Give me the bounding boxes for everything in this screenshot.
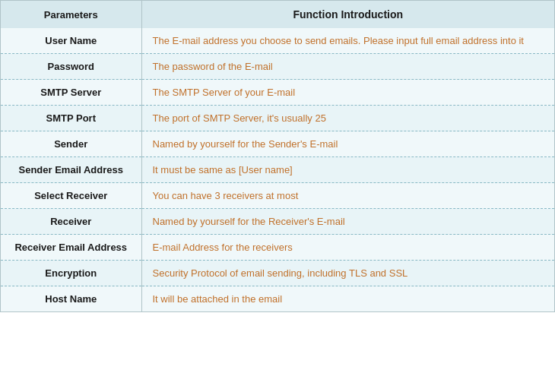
table-row: PasswordThe password of the E-mail [1, 54, 554, 80]
description-cell: The port of SMTP Server, it's usually 25 [141, 106, 554, 131]
table-row: ReceiverNamed by yourself for the Receiv… [1, 209, 554, 235]
param-cell: Host Name [1, 286, 141, 312]
description-cell: E-mail Address for the receivers [141, 235, 554, 261]
table-row: User NameThe E-mail address you choose t… [1, 28, 554, 54]
description-cell: Named by yourself for the Sender's E-mai… [141, 131, 554, 157]
param-cell: Select Receiver [1, 183, 141, 209]
description-cell: The SMTP Server of your E-mail [141, 80, 554, 106]
description-cell: It will be attached in the email [141, 286, 554, 312]
table-row: Host NameIt will be attached in the emai… [1, 286, 554, 312]
description-cell: Security Protocol of email sending, incl… [141, 261, 554, 286]
parameters-table: Parameters Function Introduction User Na… [1, 1, 554, 311]
param-cell: Receiver Email Address [1, 235, 141, 261]
table-row: Sender Email AddressIt must be same as [… [1, 157, 554, 183]
param-cell: Encryption [1, 261, 141, 286]
param-cell: Password [1, 54, 141, 80]
param-cell: SMTP Server [1, 80, 141, 106]
description-cell: The password of the E-mail [141, 54, 554, 80]
param-cell: Sender [1, 131, 141, 157]
header-function-intro: Function Introduction [141, 1, 554, 28]
description-cell: It must be same as [User name] [141, 157, 554, 183]
description-cell: You can have 3 receivers at most [141, 183, 554, 209]
table-row: SMTP ServerThe SMTP Server of your E-mai… [1, 80, 554, 106]
param-cell: User Name [1, 28, 141, 54]
table-row: SenderNamed by yourself for the Sender's… [1, 131, 554, 157]
header-parameters: Parameters [1, 1, 141, 28]
table-row: SMTP PortThe port of SMTP Server, it's u… [1, 106, 554, 131]
description-cell: Named by yourself for the Receiver's E-m… [141, 209, 554, 235]
param-cell: Receiver [1, 209, 141, 235]
param-cell: Sender Email Address [1, 157, 141, 183]
param-cell: SMTP Port [1, 106, 141, 131]
table-row: Select ReceiverYou can have 3 receivers … [1, 183, 554, 209]
main-table-container: Parameters Function Introduction User Na… [0, 0, 555, 312]
description-cell: The E-mail address you choose to send em… [141, 28, 554, 54]
table-row: EncryptionSecurity Protocol of email sen… [1, 261, 554, 286]
table-row: Receiver Email AddressE-mail Address for… [1, 235, 554, 261]
table-header-row: Parameters Function Introduction [1, 1, 554, 28]
